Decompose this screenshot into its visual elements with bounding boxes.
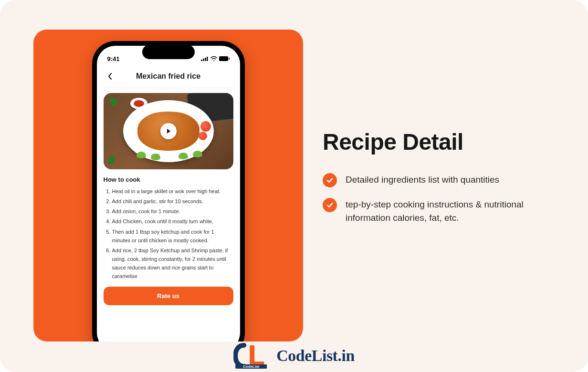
- svg-rect-0: [201, 60, 202, 61]
- svg-rect-6: [250, 345, 254, 362]
- garnish-decoration: [193, 151, 202, 157]
- svg-rect-5: [229, 58, 230, 60]
- garnish-decoration: [178, 153, 188, 159]
- promo-card: 9:41: [0, 0, 588, 372]
- feature-item: Detailed ingredients list with quantitie…: [323, 173, 556, 187]
- check-badge: [323, 173, 337, 187]
- cooking-step: Add Chicken, cook until it mostly turn w…: [112, 217, 233, 226]
- svg-rect-4: [219, 56, 228, 61]
- status-time: 9:41: [107, 55, 120, 62]
- description-panel: Recipe Detail Detailed ingredients list …: [323, 129, 556, 235]
- check-badge: [323, 198, 337, 212]
- battery-icon: [219, 55, 230, 62]
- feature-text: Detailed ingredients list with quantitie…: [346, 173, 499, 186]
- play-video-button[interactable]: [160, 123, 177, 139]
- how-to-cook-heading: How to cook: [104, 176, 233, 183]
- feature-item: tep-by-step cooking instructions & nutri…: [323, 198, 556, 225]
- cooking-step: Heat oil in a large skillet or wok over …: [112, 187, 233, 196]
- cellular-icon: [201, 55, 209, 62]
- garnish-decoration: [151, 154, 160, 160]
- check-icon: [326, 201, 334, 209]
- herb-decoration: [108, 96, 118, 107]
- play-icon: [166, 128, 171, 134]
- svg-rect-1: [203, 59, 204, 61]
- app-screen: 9:41: [97, 46, 240, 341]
- phone-notch: [142, 45, 195, 59]
- svg-rect-3: [207, 57, 208, 61]
- feature-text: tep-by-step cooking instructions & nutri…: [346, 198, 556, 225]
- recipe-hero-image[interactable]: [104, 93, 233, 169]
- cooking-step: Add chili and garlic, stir for 10 second…: [112, 197, 233, 206]
- screen-title: Mexican fried rice: [104, 72, 233, 81]
- phone-mockup: 9:41: [92, 41, 245, 341]
- showcase-panel: 9:41: [33, 30, 303, 341]
- brand-logo: CodeList: [233, 342, 272, 369]
- garnish-decoration: [136, 152, 146, 158]
- check-icon: [326, 176, 334, 184]
- tomato-decoration: [200, 121, 211, 132]
- page-headline: Recipe Detail: [323, 129, 556, 155]
- herb-decoration: [106, 154, 116, 165]
- svg-text:CodeList: CodeList: [243, 364, 260, 369]
- rate-us-button[interactable]: Rate us: [104, 287, 233, 305]
- cooking-step: Add onion, cook for 1 minute.: [112, 207, 233, 216]
- cooking-step: Add rice, 2 tbsp Soy Ketchup and Shrimp …: [112, 246, 233, 281]
- tomato-decoration: [199, 132, 207, 140]
- brand-bar: CodeList CodeList.in: [233, 342, 355, 369]
- screen-content: How to cook Heat oil in a large skillet …: [97, 88, 240, 341]
- cooking-step: Then add 1 tbsp soy ketchup and cook for…: [112, 227, 233, 245]
- wifi-icon: [210, 55, 217, 62]
- app-header: Mexican fried rice: [97, 66, 240, 88]
- brand-name: CodeList.in: [276, 347, 355, 365]
- cooking-steps-list: Heat oil in a large skillet or wok over …: [104, 187, 233, 282]
- svg-rect-2: [205, 58, 206, 61]
- status-indicators: [201, 55, 230, 62]
